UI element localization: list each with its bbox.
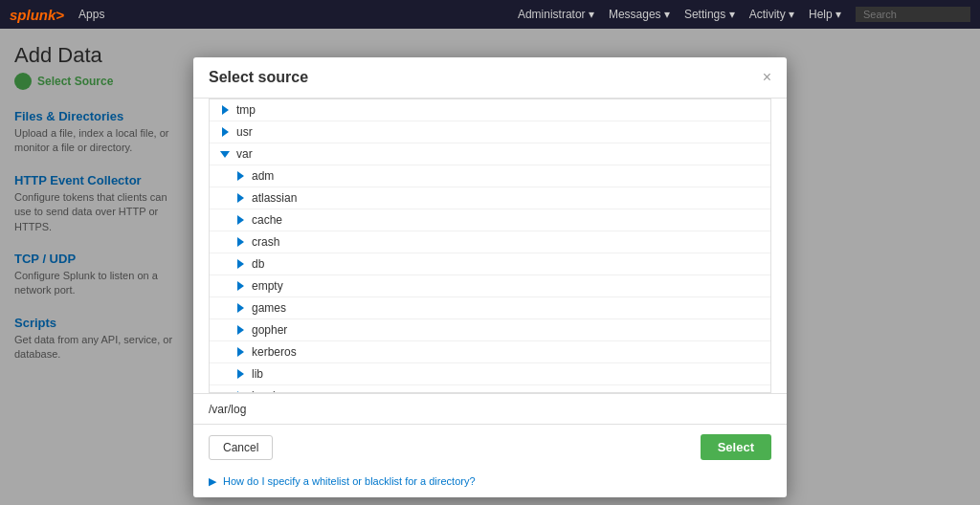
tree-item[interactable]: games — [210, 297, 770, 319]
help-arrow-icon: ▶ — [209, 475, 216, 488]
tree-item-label: crash — [252, 235, 279, 249]
tree-item-label: cache — [252, 213, 282, 227]
selected-path-display: /var/log — [209, 403, 246, 416]
cancel-button[interactable]: Cancel — [209, 435, 273, 460]
tree-item[interactable]: local — [210, 385, 770, 393]
tree-item[interactable]: empty — [210, 275, 770, 297]
tree-item-label: empty — [252, 279, 283, 293]
tree-item[interactable]: usr — [210, 121, 770, 143]
collapse-arrow-icon — [233, 323, 248, 337]
modal-title: Select source — [209, 69, 308, 86]
file-tree[interactable]: tmpusrvaradmatlassiancachecrashdbemptyga… — [209, 99, 771, 393]
nav-right: Administrator ▾ Messages ▾ Settings ▾ Ac… — [518, 7, 970, 22]
tree-item-label: gopher — [252, 323, 287, 337]
collapse-arrow-icon — [233, 191, 248, 205]
nav-search-input[interactable] — [856, 7, 970, 22]
collapse-arrow-icon — [217, 125, 233, 139]
modal-header: Select source × — [193, 57, 787, 99]
tree-item[interactable]: adm — [210, 165, 770, 187]
modal-help-link[interactable]: ▶ How do I specify a whitelist or blackl… — [193, 470, 787, 497]
splunk-logo: splunk> — [10, 7, 64, 23]
tree-item[interactable]: kerberos — [210, 341, 770, 363]
nav-help[interactable]: Help ▾ — [809, 8, 841, 21]
nav-administrator[interactable]: Administrator ▾ — [518, 8, 594, 21]
collapse-arrow-icon — [233, 169, 248, 183]
tree-item-label: adm — [252, 169, 274, 183]
tree-item[interactable]: lib — [210, 363, 770, 385]
nav-activity[interactable]: Activity ▾ — [749, 8, 794, 21]
modal-close-button[interactable]: × — [763, 70, 771, 85]
collapse-arrow-icon — [233, 301, 248, 315]
apps-menu[interactable]: Apps — [78, 8, 104, 21]
collapse-arrow-icon — [233, 257, 248, 271]
help-text: How do I specify a whitelist or blacklis… — [223, 475, 476, 487]
tree-item[interactable]: crash — [210, 231, 770, 253]
tree-item-label: games — [252, 301, 286, 315]
collapse-arrow-icon — [233, 235, 248, 249]
tree-item[interactable]: var — [210, 143, 770, 165]
nav-messages[interactable]: Messages ▾ — [609, 8, 670, 21]
tree-item[interactable]: tmp — [210, 99, 770, 121]
collapse-arrow-icon — [233, 345, 248, 359]
modal-footer: Cancel Select — [193, 425, 787, 470]
nav-settings[interactable]: Settings ▾ — [684, 8, 735, 21]
tree-item-label: lib — [252, 367, 263, 381]
select-button[interactable]: Select — [701, 434, 771, 460]
tree-item[interactable]: atlassian — [210, 187, 770, 209]
topbar: splunk> Apps Administrator ▾ Messages ▾ … — [0, 0, 980, 29]
collapse-arrow-icon — [233, 213, 248, 227]
modal-overlay: Select source × tmpusrvaradmatlassiancac… — [0, 29, 980, 505]
tree-item-label: var — [236, 147, 253, 161]
collapse-arrow-icon — [233, 279, 248, 293]
tree-item-label: tmp — [236, 103, 256, 117]
collapse-arrow-icon — [233, 367, 248, 381]
expand-arrow-icon — [217, 147, 233, 161]
tree-item-label: kerberos — [252, 345, 297, 359]
tree-item-label: atlassian — [252, 191, 297, 205]
tree-item-label: db — [252, 257, 264, 271]
tree-item[interactable]: db — [210, 253, 770, 275]
tree-item-label: usr — [236, 125, 253, 139]
tree-item[interactable]: cache — [210, 209, 770, 231]
main-area: Add Data Select Source Files & Directori… — [0, 29, 980, 505]
select-source-modal: Select source × tmpusrvaradmatlassiancac… — [193, 57, 787, 497]
collapse-arrow-icon — [217, 103, 233, 117]
selected-path-row: /var/log — [193, 393, 787, 425]
tree-item[interactable]: gopher — [210, 319, 770, 341]
